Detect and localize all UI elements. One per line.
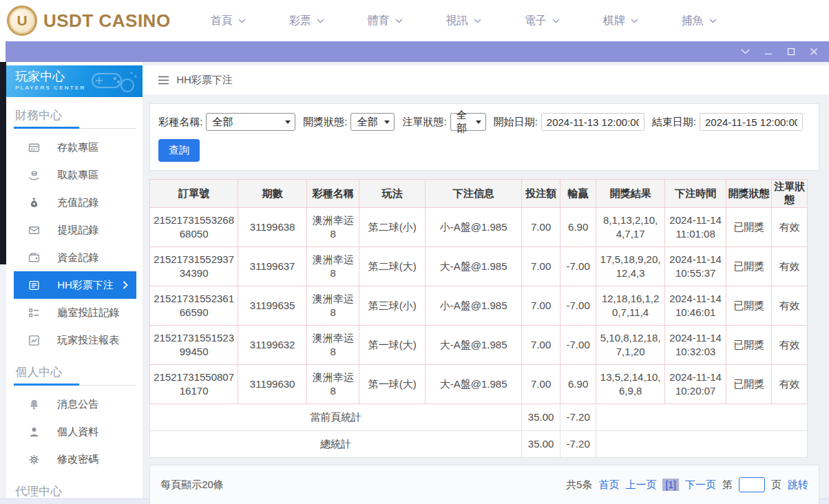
sidebar-item-label: 取款專區 xyxy=(57,169,98,182)
order-status-value: 全部 xyxy=(457,109,472,135)
top-header: U USDT CASINO 首頁彩票體育視訊電子棋牌捕魚 xyxy=(0,0,829,41)
draw-status-value: 全部 xyxy=(357,116,377,129)
first-page-link[interactable]: 首页 xyxy=(598,479,619,492)
sidebar-item-deposit[interactable]: 存款專區 xyxy=(14,134,136,161)
sidebar-section-title: 個人中心 xyxy=(14,354,136,385)
table-cell: 有效 xyxy=(772,326,808,365)
table-cell: 7.00 xyxy=(522,365,560,404)
section-underline xyxy=(14,128,136,129)
filter-row: 彩種名稱: 全部 開獎狀態: 全部 注單狀態: 全部 開始日期: 結束日期: xyxy=(158,113,810,131)
sidebar-item-withdrawal-record[interactable]: 提現記錄 xyxy=(14,216,136,244)
sidebar-item-label: 玩家投注報表 xyxy=(57,334,119,347)
order-status-select[interactable]: 全部 xyxy=(450,113,486,131)
sidebar-item-hh-lottery-bet[interactable]: HH彩票下注 xyxy=(14,271,136,299)
withdraw-icon xyxy=(28,169,40,181)
room-bet-record-icon xyxy=(28,307,40,319)
table-cell: 31199632 xyxy=(238,326,307,365)
nav-item-chess[interactable]: 棋牌 xyxy=(603,14,638,28)
breadcrumb-bar: HH彩票下注 xyxy=(143,65,829,94)
table-cell: 澳洲幸运8 xyxy=(307,326,359,365)
filter-panel: 彩種名稱: 全部 開獎狀態: 全部 注單狀態: 全部 開始日期: 結束日期: 查… xyxy=(149,103,819,171)
chevron-down-icon xyxy=(474,19,481,23)
draw-status-select[interactable]: 全部 xyxy=(350,113,395,131)
table-header-row: 訂單號期數彩種名稱玩法下注信息投注額輸贏開獎結果下注時間開獎狀態注單狀態 xyxy=(150,180,808,208)
table-cell: 第三球(小) xyxy=(359,286,426,326)
sidebar-item-label: 存款專區 xyxy=(57,141,98,154)
nav-item-fishing[interactable]: 捕魚 xyxy=(682,14,717,28)
nav-item-label: 彩票 xyxy=(289,14,311,28)
column-header-2: 彩種名稱 xyxy=(307,180,359,208)
table-cell: 2152173155080716170 xyxy=(150,365,238,404)
titlebar-strip xyxy=(6,41,829,62)
nav-item-lottery[interactable]: 彩票 xyxy=(289,14,324,28)
sidebar-item-label: 消息公告 xyxy=(57,398,98,411)
sidebar-item-label: 修改密碼 xyxy=(57,453,98,466)
lottery-name-select[interactable]: 全部 xyxy=(206,113,295,131)
nav-item-home[interactable]: 首頁 xyxy=(211,14,246,28)
table-cell: 7.00 xyxy=(522,326,560,365)
table-cell: 2152173155326868050 xyxy=(150,208,238,247)
sidebar-item-funds-record[interactable]: 資金記錄 xyxy=(14,244,136,271)
sidebar-section-title: 財務中心 xyxy=(14,97,136,128)
table-cell: -7.00 xyxy=(560,286,596,326)
table-cell: 澳洲幸运8 xyxy=(307,208,359,247)
table-cell: 有效 xyxy=(772,247,808,286)
hamburger-icon[interactable] xyxy=(158,76,169,85)
window-close-icon[interactable] xyxy=(810,48,818,56)
window-maximize-icon[interactable] xyxy=(787,48,795,56)
table-cell: 有效 xyxy=(772,286,808,326)
chevron-right-icon xyxy=(123,281,128,289)
nav-item-label: 捕魚 xyxy=(682,14,704,28)
chevron-down-icon xyxy=(709,19,717,23)
table-cell: 澳洲幸运8 xyxy=(307,286,359,326)
window-chevron-down-icon[interactable] xyxy=(741,49,750,54)
table-cell: 31199635 xyxy=(238,286,307,326)
table-cell: 5,10,8,12,18,7,1,20 xyxy=(596,326,665,365)
table-cell: 6.90 xyxy=(560,365,596,404)
table-cell: 2152173155152399450 xyxy=(150,326,238,365)
logo[interactable]: U USDT CASINO xyxy=(7,6,171,36)
table-cell: 小-A盤@1.985 xyxy=(426,286,522,326)
summary-win-loss: -7.20 xyxy=(560,431,596,458)
table-cell: 2152173155293734390 xyxy=(150,247,238,286)
lottery-bet-icon xyxy=(28,280,40,291)
column-header-8: 下注時間 xyxy=(665,180,726,208)
sidebar-item-change-password[interactable]: 修改密碼 xyxy=(14,445,136,473)
sidebar-item-player-bet-report[interactable]: 玩家投注報表 xyxy=(14,326,136,354)
withdrawal-record-icon xyxy=(28,224,40,236)
funds-record-icon xyxy=(28,252,40,264)
column-header-6: 輸贏 xyxy=(560,180,596,208)
page-title: HH彩票下注 xyxy=(176,74,233,87)
total-count-text: 共5条 xyxy=(566,479,592,492)
page-jump-input[interactable] xyxy=(739,477,765,492)
end-date-input[interactable] xyxy=(700,113,803,131)
nav-item-video[interactable]: 視訊 xyxy=(446,14,481,28)
table-cell: 澳洲幸运8 xyxy=(307,365,359,404)
lottery-name-value: 全部 xyxy=(212,116,233,129)
table-cell: 大-A盤@1.985 xyxy=(426,365,522,404)
table-cell: 已開獎 xyxy=(726,365,772,404)
sidebar-item-profile[interactable]: 個人資料 xyxy=(14,418,136,445)
nav-item-electronic[interactable]: 電子 xyxy=(525,14,560,28)
sidebar-item-recharge-record[interactable]: 充值記錄 xyxy=(14,189,136,216)
bets-table: 訂單號期數彩種名稱玩法下注信息投注額輸贏開獎結果下注時間開獎狀態注單狀態 215… xyxy=(149,179,808,458)
prev-page-link[interactable]: 上一页 xyxy=(625,479,656,492)
sidebar-item-announcements[interactable]: 消息公告 xyxy=(14,390,136,418)
nav-item-sports[interactable]: 體育 xyxy=(368,14,403,28)
table-cell: 已開獎 xyxy=(726,286,772,326)
search-button[interactable]: 查詢 xyxy=(158,139,200,162)
table-cell: 第一球(大) xyxy=(359,326,426,365)
left-edge-strip xyxy=(0,62,6,498)
announcement-icon xyxy=(28,399,40,410)
table-cell: 13,5,2,14,10,6,9,8 xyxy=(596,365,665,404)
table-cell: 2024-11-14 10:32:03 xyxy=(665,326,726,365)
jump-button[interactable]: 跳转 xyxy=(788,479,808,492)
nav-item-label: 棋牌 xyxy=(603,14,625,28)
sidebar-item-withdraw[interactable]: 取款專區 xyxy=(14,161,136,189)
start-date-input[interactable] xyxy=(541,113,644,131)
window-minimize-icon[interactable] xyxy=(764,48,773,56)
next-page-link[interactable]: 下一页 xyxy=(685,479,716,492)
table-cell: -7.00 xyxy=(560,326,596,365)
sidebar-item-label: 提現記錄 xyxy=(57,224,98,237)
sidebar-item-room-bet-record[interactable]: 廳室投註記錄 xyxy=(14,299,136,326)
